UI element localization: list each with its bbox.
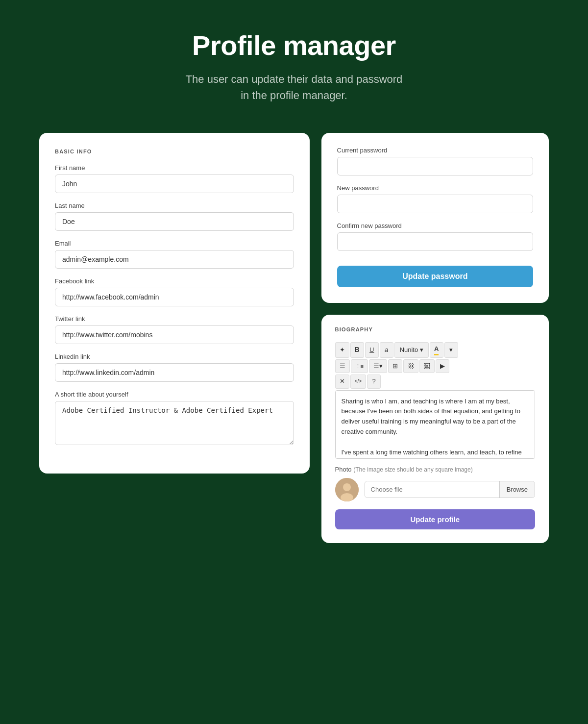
twitter-label: Twitter link <box>55 315 294 323</box>
bio-text-p1: Sharing is who I am, and teaching is whe… <box>342 397 529 437</box>
table-btn[interactable]: ⊞ <box>388 359 402 373</box>
avatar-icon <box>335 478 359 501</box>
twitter-group: Twitter link <box>55 315 294 344</box>
toolbar-row-3: ✕ </> ? <box>335 374 535 388</box>
twitter-input[interactable] <box>55 325 294 344</box>
basic-info-card: BASIC INFO First name Last name Email Fa… <box>39 133 310 474</box>
photo-label: Photo (The image size should be any squa… <box>335 466 535 473</box>
new-password-input[interactable] <box>337 195 533 213</box>
confirm-password-group: Confirm new password <box>337 222 533 251</box>
last-name-group: Last name <box>55 202 294 231</box>
title-label: A short title about yourself <box>55 391 294 398</box>
image-btn[interactable]: 🖼 <box>419 359 435 373</box>
current-password-label: Current password <box>337 147 533 154</box>
linkedin-input[interactable] <box>55 363 294 382</box>
code-btn[interactable]: </> <box>350 374 366 388</box>
file-input-wrapper: Browse <box>365 481 535 498</box>
current-password-group: Current password <box>337 147 533 175</box>
title-textarea[interactable]: Adobe Certified Instructor & Adobe Certi… <box>55 401 294 445</box>
unordered-list-btn[interactable]: ☰ <box>335 359 350 373</box>
magic-btn[interactable]: ✦ <box>335 342 349 358</box>
email-label: Email <box>55 240 294 247</box>
title-group: A short title about yourself Adobe Certi… <box>55 391 294 447</box>
password-card: Current password New password Confirm ne… <box>321 133 549 303</box>
page-subtitle: The user can update their data and passw… <box>39 71 549 103</box>
current-password-input[interactable] <box>337 157 533 175</box>
ordered-list-btn[interactable]: ⋮≡ <box>351 359 368 373</box>
cards-row: BASIC INFO First name Last name Email Fa… <box>39 133 549 543</box>
photo-section: Photo (The image size should be any squa… <box>335 466 535 501</box>
facebook-group: Facebook link <box>55 277 294 306</box>
font-dropdown[interactable]: Nunito ▾ <box>394 342 429 358</box>
page-header: Profile manager The user can update thei… <box>39 29 549 103</box>
clear-btn[interactable]: ✕ <box>335 374 349 388</box>
photo-row: Browse <box>335 478 535 501</box>
right-column: Current password New password Confirm ne… <box>321 133 549 543</box>
toolbar-row-1: ✦ B U a Nunito ▾ A ▾ <box>335 342 535 358</box>
highlight-color-btn[interactable]: A <box>430 342 443 358</box>
last-name-label: Last name <box>55 202 294 209</box>
confirm-password-label: Confirm new password <box>337 222 533 229</box>
photo-hint: (The image size should be any square ima… <box>353 466 472 473</box>
embed-btn[interactable]: ▶ <box>436 359 449 373</box>
biography-label: Biography <box>335 326 535 332</box>
help-btn[interactable]: ? <box>367 374 381 388</box>
bio-text-p2: I've spent a long time watching others l… <box>342 448 529 459</box>
email-group: Email <box>55 240 294 269</box>
underline-btn[interactable]: U <box>365 342 379 358</box>
new-password-label: New password <box>337 184 533 192</box>
confirm-password-input[interactable] <box>337 232 533 251</box>
page-title: Profile manager <box>39 29 549 61</box>
basic-info-label: BASIC INFO <box>55 149 294 154</box>
align-btn[interactable]: ☰▾ <box>369 359 387 373</box>
link-btn[interactable]: ⛓ <box>403 359 418 373</box>
first-name-input[interactable] <box>55 175 294 193</box>
highlight-dropdown-btn[interactable]: ▾ <box>444 342 458 358</box>
avatar <box>335 478 359 501</box>
bold-btn[interactable]: B <box>350 342 364 358</box>
email-input[interactable] <box>55 250 294 269</box>
biography-card: Biography ✦ B U a Nunito ▾ A ▾ ☰ ⋮≡ ☰▾ ⊞… <box>321 315 549 543</box>
bio-editor[interactable]: Sharing is who I am, and teaching is whe… <box>335 390 535 459</box>
first-name-group: First name <box>55 164 294 193</box>
facebook-input[interactable] <box>55 288 294 306</box>
linkedin-group: Linkedin link <box>55 353 294 382</box>
browse-button[interactable]: Browse <box>499 481 535 498</box>
facebook-label: Facebook link <box>55 277 294 285</box>
update-profile-button[interactable]: Update profile <box>335 509 535 529</box>
svg-point-1 <box>343 483 351 491</box>
last-name-input[interactable] <box>55 212 294 231</box>
linkedin-label: Linkedin link <box>55 353 294 360</box>
update-password-button[interactable]: Update password <box>337 266 533 287</box>
first-name-label: First name <box>55 164 294 172</box>
italic-btn[interactable]: a <box>380 342 393 358</box>
file-input[interactable] <box>365 481 499 498</box>
toolbar-row-2: ☰ ⋮≡ ☰▾ ⊞ ⛓ 🖼 ▶ <box>335 359 535 373</box>
new-password-group: New password <box>337 184 533 213</box>
